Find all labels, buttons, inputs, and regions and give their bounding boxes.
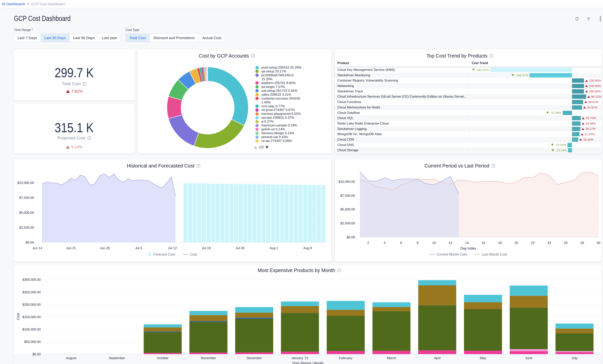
svg-text:November: November [201,356,216,360]
svg-text:December: December [247,356,262,360]
svg-text:Aug 2: Aug 2 [269,246,278,250]
svg-text:6: 6 [400,241,402,245]
svg-text:June: June [525,356,533,360]
svg-text:$200,000.00: $200,000.00 [22,303,41,307]
svg-text:$10,000.00: $10,000.00 [338,180,355,184]
svg-text:$5,000.00: $5,000.00 [340,208,355,211]
svg-text:April: April [434,356,441,360]
svg-text:14: 14 [465,241,469,245]
svg-text:22: 22 [531,241,534,245]
svg-text:$250,000.00: $250,000.00 [22,290,41,294]
svg-text:$2,500.00: $2,500.00 [19,226,34,230]
svg-text:2: 2 [367,241,369,245]
svg-text:4: 4 [384,241,385,245]
svg-text:Cost: Cost [16,313,20,320]
svg-text:Aug 9: Aug 9 [303,246,312,250]
svg-text:28: 28 [580,241,584,245]
svg-text:24: 24 [547,241,551,245]
svg-text:Jul 5: Jul 5 [135,246,142,250]
svg-text:30: 30 [597,241,601,245]
svg-text:March: March [387,356,396,360]
svg-text:Jul 12: Jul 12 [168,246,177,250]
svg-text:$100,000.00: $100,000.00 [22,328,41,331]
svg-text:8: 8 [417,241,418,245]
svg-text:10: 10 [432,241,436,245]
svg-text:$0.00: $0.00 [32,352,41,356]
svg-text:20: 20 [514,241,518,245]
svg-text:May: May [480,356,486,360]
svg-text:August: August [66,356,76,360]
svg-text:$10,000.00: $10,000.00 [17,181,34,185]
svg-text:12: 12 [449,241,452,245]
svg-text:$2,500.00: $2,500.00 [340,221,355,225]
svg-text:Jun 21: Jun 21 [66,246,76,250]
svg-text:October: October [157,356,169,360]
svg-text:$5,000.00: $5,000.00 [19,211,34,215]
svg-text:18: 18 [498,241,502,245]
svg-text:February: February [339,356,352,360]
svg-text:Time Period / Month: Time Period / Month [292,361,323,364]
svg-text:Day Index: Day Index [460,246,476,250]
svg-text:Jul 26: Jul 26 [236,246,244,250]
svg-text:Jul 19: Jul 19 [202,246,210,250]
svg-text:16: 16 [481,241,485,245]
svg-text:$0.00: $0.00 [347,235,355,239]
svg-text:$7,500.00: $7,500.00 [340,194,355,198]
svg-text:Jun 14: Jun 14 [32,246,42,250]
svg-text:$7,500.00: $7,500.00 [19,196,34,200]
svg-text:Jun 28: Jun 28 [100,246,110,250]
svg-text:July: July [572,356,578,360]
svg-text:$0.00: $0.00 [26,241,34,244]
svg-text:26: 26 [564,241,568,245]
svg-text:$50,000.00: $50,000.00 [24,340,41,344]
svg-text:September: September [109,356,125,360]
svg-text:January '21: January '21 [291,356,308,360]
svg-text:$300,000.00: $300,000.00 [22,278,41,282]
svg-text:$150,000.00: $150,000.00 [22,315,41,319]
